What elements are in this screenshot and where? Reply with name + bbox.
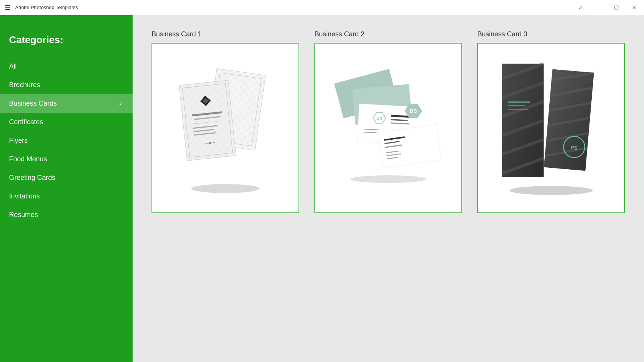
hamburger-menu-icon[interactable]: ☰ [5, 3, 11, 12]
sidebar-item-food-menus[interactable]: Food Menus [0, 150, 133, 169]
sidebar-item-label-invitations: Invitations [9, 192, 40, 200]
title-bar-left: ☰ Adobe Photoshop Templates [5, 3, 78, 12]
sidebar-item-label-resumes: Resumes [9, 211, 38, 219]
svg-rect-49 [508, 109, 528, 110]
template-title-bc2: Business Card 2 [314, 30, 462, 38]
bc2-image: DS [315, 44, 461, 212]
sidebar-item-brochures[interactable]: Brochures [0, 76, 133, 94]
sidebar-item-flyers[interactable]: Flyers [0, 131, 133, 150]
svg-rect-48 [508, 105, 525, 106]
sidebar-item-greeting-cards[interactable]: Greeting Cards [0, 169, 133, 187]
sidebar-item-all[interactable]: All [0, 57, 133, 76]
svg-point-39 [350, 175, 426, 183]
sidebar-item-resumes[interactable]: Resumes [0, 206, 133, 224]
template-preview-bc2[interactable]: DS [314, 43, 462, 213]
svg-rect-5 [179, 80, 236, 161]
svg-rect-47 [508, 101, 530, 103]
template-card-bc2: Business Card 2 [314, 30, 462, 213]
content-area: Business Card 1 [133, 15, 644, 362]
template-preview-bc3[interactable]: PS [477, 43, 625, 213]
bc1-image [152, 44, 299, 212]
external-link-button[interactable]: ⤢ [575, 3, 586, 12]
template-title-bc1: Business Card 1 [152, 30, 299, 38]
template-card-bc3: Business Card 3 [477, 30, 625, 213]
sidebar-item-business-cards[interactable]: Business Cards ✓ [0, 94, 133, 113]
sidebar-item-invitations[interactable]: Invitations [0, 187, 133, 206]
template-preview-bc1[interactable] [152, 43, 299, 213]
svg-text:DS: DS [376, 116, 382, 121]
app-title: Adobe Photoshop Templates [15, 5, 78, 10]
template-card-bc1: Business Card 1 [152, 30, 299, 213]
sidebar-item-label-food-menus: Food Menus [9, 155, 47, 163]
sidebar-item-certificates[interactable]: Certificates [0, 113, 133, 131]
sidebar: Categories: All Brochures Business Cards… [0, 15, 133, 362]
title-bar: ☰ Adobe Photoshop Templates ⤢ — ☐ ✕ [0, 0, 644, 15]
sidebar-item-label-flyers: Flyers [9, 137, 28, 145]
template-title-bc3: Business Card 3 [477, 30, 625, 38]
minimize-button[interactable]: — [593, 3, 604, 12]
maximize-button[interactable]: ☐ [611, 3, 622, 12]
sidebar-item-label-brochures: Brochures [9, 81, 40, 89]
sidebar-item-label-all: All [9, 62, 17, 70]
sidebar-item-label-certificates: Certificates [9, 118, 43, 126]
svg-point-17 [191, 184, 259, 193]
main-layout: Categories: All Brochures Business Cards… [0, 15, 644, 362]
sidebar-item-label-greeting-cards: Greeting Cards [9, 174, 55, 182]
categories-label: Categories: [0, 27, 133, 57]
svg-text:DS: DS [410, 108, 417, 114]
title-bar-controls: ⤢ — ☐ ✕ [575, 3, 639, 12]
check-icon: ✓ [119, 100, 123, 107]
svg-text:PS: PS [570, 144, 578, 151]
svg-point-59 [510, 186, 593, 195]
bc3-image: PS [478, 44, 624, 212]
close-button[interactable]: ✕ [629, 3, 639, 12]
templates-grid: Business Card 1 [152, 30, 625, 213]
sidebar-item-label-business-cards: Business Cards [9, 100, 57, 108]
